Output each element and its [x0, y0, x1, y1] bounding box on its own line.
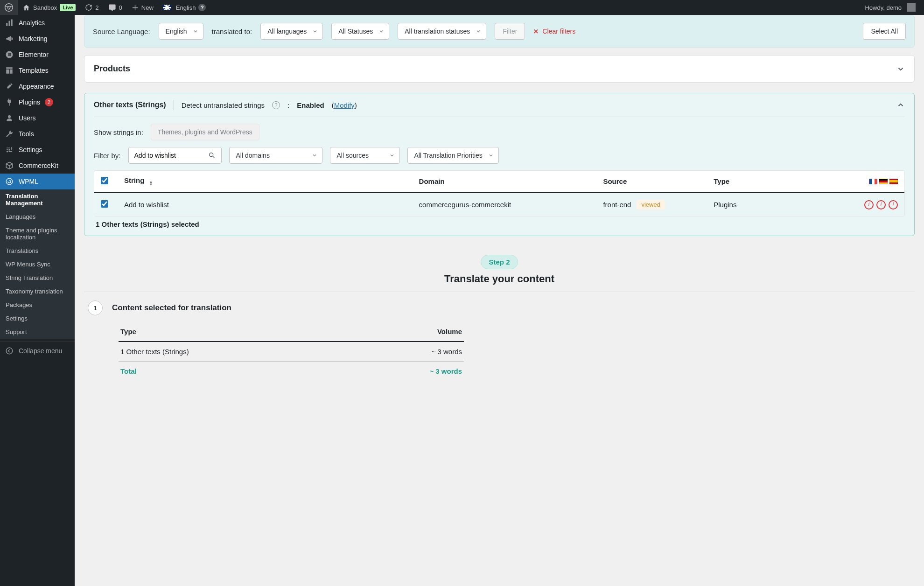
sidebar-item-elementor[interactable]: Elementor: [0, 47, 75, 63]
sidebar-label: Appearance: [19, 83, 54, 90]
other-texts-panel: Other texts (Strings) Detect untranslate…: [84, 93, 915, 236]
svg-point-15: [209, 153, 213, 157]
submenu-translation-management[interactable]: Translation Management: [0, 189, 75, 210]
clear-filters-link[interactable]: ✕ Clear filters: [533, 28, 575, 35]
new-label: New: [141, 4, 154, 11]
close-icon: ✕: [533, 28, 539, 35]
wp-logo-menu[interactable]: [0, 0, 18, 15]
submenu-languages[interactable]: Languages: [0, 210, 75, 223]
needs-translation-de-icon[interactable]: i: [876, 200, 886, 209]
status-value: All Statuses: [338, 28, 373, 35]
status-select[interactable]: All Statuses: [331, 23, 389, 40]
sort-icon: ▲▼: [149, 181, 153, 186]
translation-status-value: All translation statuses: [405, 28, 470, 35]
sidebar-label: Marketing: [19, 35, 47, 42]
filter-button[interactable]: Filter: [495, 23, 525, 40]
content-selected-title: Content selected for translation: [112, 303, 467, 313]
sidebar-item-wpml[interactable]: WPML: [0, 174, 75, 189]
sidebar-label: Analytics: [19, 19, 45, 27]
show-strings-dropdown[interactable]: Themes, plugins and WordPress: [151, 124, 259, 140]
submenu-taxonomy-translation[interactable]: Taxonomy translation: [0, 285, 75, 298]
select-all-checkbox[interactable]: [101, 177, 108, 184]
chevron-up-icon[interactable]: [896, 101, 905, 109]
sources-value: All sources: [337, 152, 369, 159]
plug-icon: [5, 98, 14, 106]
comment-icon: [108, 4, 116, 12]
products-panel-toggle[interactable]: Products: [84, 55, 915, 83]
sidebar-item-tools[interactable]: Tools: [0, 126, 75, 142]
translated-to-value: All languages: [267, 28, 307, 35]
svg-point-14: [6, 348, 13, 354]
svg-rect-11: [10, 70, 13, 74]
modify-link[interactable]: Modify: [334, 101, 355, 109]
plugins-badge: 2: [45, 98, 53, 106]
source-language-value: English: [166, 28, 187, 35]
string-search-field[interactable]: [134, 152, 208, 159]
plus-icon: [132, 4, 139, 11]
panel-header: Other texts (Strings) Detect untranslate…: [94, 100, 905, 110]
step-2-content: 1 Content selected for translation Type …: [84, 303, 915, 381]
translation-status-select[interactable]: All translation statuses: [398, 23, 486, 40]
translation-priorities-select[interactable]: All Translation Priorities: [407, 147, 499, 164]
collapse-menu-button[interactable]: Collapse menu: [0, 342, 75, 360]
sources-select[interactable]: All sources: [330, 147, 400, 164]
select-all-button[interactable]: Select All: [863, 23, 906, 40]
submenu-support[interactable]: Support: [0, 325, 75, 339]
sidebar-item-appearance[interactable]: Appearance: [0, 78, 75, 94]
sidebar-item-plugins[interactable]: Plugins 2: [0, 94, 75, 110]
row-checkbox[interactable]: [101, 200, 108, 208]
submenu-settings[interactable]: Settings: [0, 312, 75, 325]
submenu-string-translation[interactable]: String Translation: [0, 271, 75, 285]
language-menu[interactable]: English ?: [158, 0, 211, 15]
svg-rect-1: [6, 23, 7, 26]
submenu-translations[interactable]: Translations: [0, 244, 75, 258]
megaphone-icon: [5, 35, 14, 43]
source-language-select[interactable]: English: [159, 23, 203, 40]
submenu-wp-menus-sync[interactable]: WP Menus Sync: [0, 258, 75, 271]
table-row: Add to wishlist commercegurus-commerceki…: [94, 193, 904, 216]
comments-count: 0: [119, 4, 122, 11]
needs-translation-fr-icon[interactable]: i: [864, 200, 874, 209]
svg-rect-2: [9, 21, 10, 26]
new-content-menu[interactable]: New: [127, 0, 158, 15]
string-search-input[interactable]: [128, 147, 222, 164]
submenu-theme-plugins-loc[interactable]: Theme and plugins localization: [0, 223, 75, 244]
sidebar-item-commercekit[interactable]: CommerceKit: [0, 158, 75, 174]
sidebar-item-marketing[interactable]: Marketing: [0, 31, 75, 47]
summary-col-type: Type: [120, 328, 136, 335]
summary-col-volume: Volume: [437, 328, 462, 335]
user-icon: [5, 114, 14, 122]
svg-rect-3: [11, 20, 13, 26]
domains-select[interactable]: All domains: [229, 147, 322, 164]
other-texts-title: Other texts (Strings): [94, 101, 166, 109]
needs-translation-es-icon[interactable]: i: [889, 200, 898, 209]
brush-icon: [5, 82, 14, 91]
translated-to-select[interactable]: All languages: [260, 23, 323, 40]
account-menu[interactable]: Howdy, demo: [860, 0, 920, 15]
cube-icon: [5, 161, 14, 170]
sidebar-item-templates[interactable]: Templates: [0, 63, 75, 78]
divider: [94, 117, 905, 117]
summary-total-label: Total: [120, 367, 137, 375]
main-content: Source Language: English translated to: …: [75, 15, 924, 399]
sidebar-item-users[interactable]: Users: [0, 110, 75, 126]
wrench-icon: [5, 130, 14, 138]
priorities-value: All Translation Priorities: [414, 152, 483, 159]
chevron-down-icon: [312, 153, 317, 158]
comments-menu[interactable]: 0: [104, 0, 127, 15]
step-number-badge: 1: [88, 300, 103, 315]
row-string: Add to wishlist: [124, 201, 419, 209]
help-icon[interactable]: ?: [198, 4, 206, 11]
translated-to-label: translated to:: [212, 28, 252, 35]
viewed-tag: viewed: [637, 200, 665, 209]
summary-table: Type Volume 1 Other texts (Strings) ~ 3 …: [119, 322, 464, 381]
th-string[interactable]: String ▲▼: [124, 176, 419, 186]
sidebar-item-analytics[interactable]: Analytics: [0, 15, 75, 31]
content-selected-block: Content selected for translation Type Vo…: [112, 303, 467, 381]
help-icon[interactable]: ?: [272, 101, 280, 109]
updates-menu[interactable]: 2: [80, 0, 103, 15]
submenu-packages[interactable]: Packages: [0, 298, 75, 312]
site-name-menu[interactable]: Sandbox Live: [18, 0, 80, 15]
enabled-state: Enabled: [297, 101, 324, 109]
sidebar-item-settings[interactable]: Settings: [0, 142, 75, 158]
